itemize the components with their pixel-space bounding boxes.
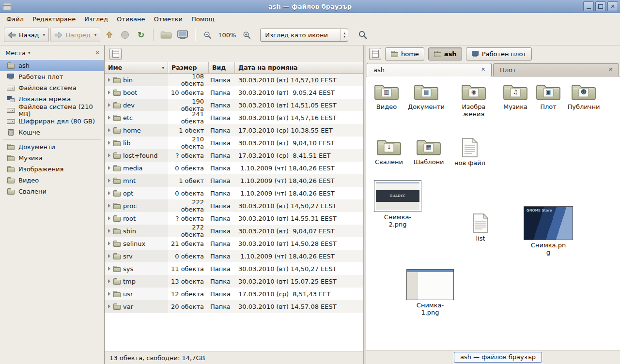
- table-row[interactable]: tmp13 обектаПапка30.03.2010 (вт) 15,07,2…: [105, 275, 363, 288]
- table-row[interactable]: root? обектаПапка30.03.2010 (вт) 14,55,3…: [105, 212, 363, 225]
- expander-icon[interactable]: [108, 229, 110, 233]
- expander-icon[interactable]: [108, 242, 110, 245]
- file-icon-item[interactable]: нов файл: [450, 137, 490, 167]
- expander-icon[interactable]: [108, 304, 110, 308]
- chevron-down-icon[interactable]: ▾: [28, 50, 31, 55]
- table-row[interactable]: proc222 обектаПапка30.03.2010 (вт) 14,50…: [105, 199, 363, 212]
- column-header-name[interactable]: Име▾: [105, 62, 168, 73]
- expander-icon[interactable]: [108, 141, 110, 145]
- zoom-out-button[interactable]: [200, 28, 215, 42]
- folder-icon-item[interactable]: ☻Публични: [563, 82, 604, 111]
- close-tab-icon[interactable]: ✕: [607, 66, 614, 74]
- zoom-in-button[interactable]: [239, 28, 254, 42]
- image-icon-item[interactable]: GNOME StoreСнимка.png: [522, 206, 575, 257]
- folder-icon-item[interactable]: ◉Изображения: [453, 82, 494, 118]
- table-row[interactable]: var20 обектаПапка30.03.2010 (вт) 14,57,0…: [105, 300, 363, 313]
- table-row[interactable]: lib210 обектаПапка30.03.2010 (вт) 9,04,1…: [105, 136, 363, 149]
- view-mode-select[interactable]: Изглед като икони ▴▾: [260, 29, 348, 42]
- table-row[interactable]: opt0 обектаПапка 1.10.2009 (чт) 18,40,26…: [105, 187, 363, 199]
- sidebar-item[interactable]: Работен плот: [0, 71, 104, 82]
- folder-icon-item[interactable]: ▤Документи: [406, 82, 447, 111]
- table-row[interactable]: etc241 обектаПапка30.03.2010 (вт) 14,57,…: [105, 111, 363, 124]
- breadcrumb-button[interactable]: ash: [428, 47, 462, 61]
- expander-icon[interactable]: [108, 204, 110, 208]
- menu-item[interactable]: Помощ: [187, 13, 219, 25]
- column-header-date[interactable]: Дата на промяна: [235, 62, 363, 73]
- table-row[interactable]: bin108 обектаПапка30.03.2010 (вт) 14,57,…: [105, 74, 363, 86]
- expander-icon[interactable]: [108, 116, 110, 120]
- table-row[interactable]: home1 обектПапка17.03.2010 (ср) 10,38,55…: [105, 124, 363, 136]
- folder-icon-item[interactable]: ▥Видео: [366, 82, 407, 111]
- expander-icon[interactable]: [108, 216, 110, 220]
- stop-button[interactable]: [118, 28, 132, 42]
- image-icon-item[interactable]: GUADECСнимка-2.png: [371, 180, 424, 228]
- expander-icon[interactable]: [108, 128, 110, 132]
- column-header-type[interactable]: Вид: [209, 62, 235, 73]
- maximize-button[interactable]: [595, 1, 606, 11]
- image-icon-item[interactable]: Снимка-1.png: [403, 269, 457, 317]
- table-row[interactable]: media0 обектаПапка 1.10.2009 (чт) 18,40,…: [105, 162, 363, 174]
- menu-item[interactable]: Файл: [2, 13, 28, 25]
- table-row[interactable]: dev190 обектаПапка30.03.2010 (вт) 14,51,…: [105, 99, 363, 111]
- file-icon-item[interactable]: list: [460, 213, 501, 243]
- folder-icon-item[interactable]: ↓Свалени: [369, 137, 409, 166]
- toggle-location-bar-button[interactable]: [369, 48, 381, 60]
- home-button[interactable]: [158, 28, 174, 42]
- sidebar-item[interactable]: Музика: [0, 152, 104, 164]
- expander-icon[interactable]: [108, 191, 110, 195]
- table-row[interactable]: boot10 обектаПапка30.03.2010 (вт) 9,05,2…: [105, 86, 363, 99]
- sidebar-item[interactable]: Изображения: [0, 164, 104, 175]
- back-button[interactable]: Назад ▾: [4, 28, 49, 42]
- menu-item[interactable]: Редактиране: [28, 13, 80, 25]
- menu-item[interactable]: Отметки: [149, 13, 186, 25]
- titlebar[interactable]: ash — файлов браузър ✕: [0, 0, 620, 13]
- sidebar-title[interactable]: Места: [5, 49, 26, 57]
- taskbar-window-label[interactable]: ash — файлов браузър: [454, 352, 542, 363]
- breadcrumb-button[interactable]: home: [385, 47, 424, 61]
- search-button[interactable]: [356, 28, 370, 42]
- reload-button[interactable]: ↻: [134, 28, 148, 42]
- table-row[interactable]: selinux21 обектаПапка30.03.2010 (вт) 14,…: [105, 237, 363, 250]
- table-row[interactable]: usr12 обектаПапка17.03.2010 (ср) 8,51,43…: [105, 288, 363, 300]
- sidebar-item[interactable]: Свалени: [0, 186, 104, 197]
- minimize-button[interactable]: [583, 1, 594, 11]
- table-row[interactable]: mnt1 обектПапка 1.10.2009 (чт) 18,40,26 …: [105, 174, 363, 187]
- expander-icon[interactable]: [108, 153, 110, 157]
- column-header-size[interactable]: Размер: [168, 62, 209, 73]
- expander-icon[interactable]: [108, 166, 110, 170]
- sidebar-item[interactable]: Видео: [0, 175, 104, 186]
- expander-icon[interactable]: [108, 103, 110, 107]
- folder-icon-item[interactable]: ▦Шаблони: [408, 137, 449, 166]
- close-tab-icon[interactable]: ✕: [480, 66, 487, 74]
- toggle-location-bar-button[interactable]: [109, 48, 122, 60]
- table-row[interactable]: srv0 обектаПапка 1.10.2009 (чт) 18,40,26…: [105, 250, 363, 262]
- expander-icon[interactable]: [108, 254, 110, 258]
- tab-ash[interactable]: ash ✕: [367, 63, 492, 76]
- expander-icon[interactable]: [108, 267, 110, 271]
- sidebar-item[interactable]: ash: [0, 60, 104, 71]
- folder-icon-item[interactable]: ▣Плот: [528, 82, 569, 111]
- sidebar-item[interactable]: Файлова система: [0, 82, 104, 93]
- icon-view[interactable]: ▥Видео▤Документи◉Изображения♫Музика▣Плот…: [366, 76, 620, 350]
- sidebar-item[interactable]: Документи: [0, 141, 104, 152]
- expander-icon[interactable]: [108, 179, 110, 182]
- up-button[interactable]: [102, 28, 116, 42]
- close-button[interactable]: ✕: [607, 1, 618, 11]
- menu-item[interactable]: Изглед: [80, 13, 112, 25]
- close-sidebar-icon[interactable]: ✕: [95, 49, 100, 56]
- tab-plot[interactable]: Плот ✕: [493, 63, 619, 76]
- expander-icon[interactable]: [108, 91, 110, 94]
- computer-button[interactable]: [175, 28, 190, 42]
- menu-item[interactable]: Отиване: [112, 13, 149, 25]
- expander-icon[interactable]: [108, 78, 110, 82]
- breadcrumb-button[interactable]: Работен плот: [466, 47, 532, 61]
- table-row[interactable]: lost+found? обектаПапка17.03.2010 (ср) 8…: [105, 149, 363, 162]
- expander-icon[interactable]: [108, 279, 110, 283]
- sidebar-item[interactable]: Файлова система (210 MB): [0, 105, 104, 116]
- table-row[interactable]: sys11 обектаПапка30.03.2010 (вт) 14,50,2…: [105, 262, 363, 275]
- expander-icon[interactable]: [108, 292, 110, 296]
- sidebar-item[interactable]: Шифриран дял (80 GB): [0, 116, 104, 127]
- sidebar-item[interactable]: Кошче: [0, 127, 104, 138]
- table-row[interactable]: sbin272 обектаПапка30.03.2010 (вт) 9,04,…: [105, 225, 363, 237]
- forward-button[interactable]: Напред ▾: [50, 28, 100, 42]
